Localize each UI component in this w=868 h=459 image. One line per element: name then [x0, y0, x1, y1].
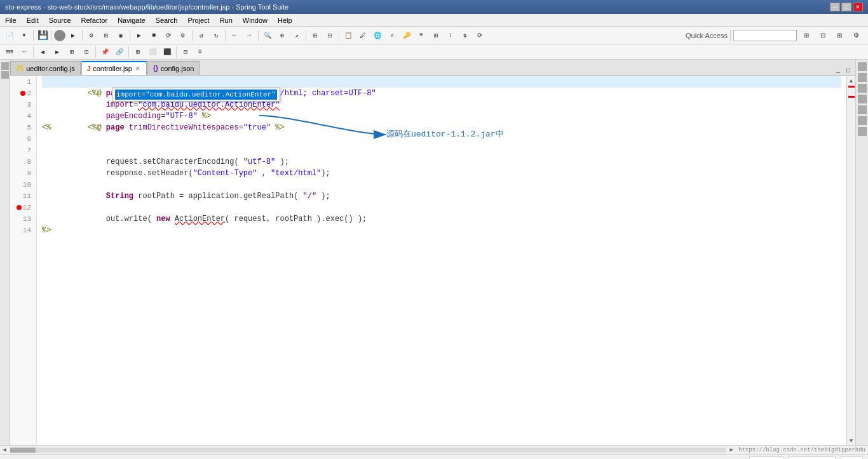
tb-btn-10[interactable]: ⚙ — [176, 29, 190, 43]
tb-btn-28[interactable]: ⇅ — [458, 29, 472, 43]
tb-btn-25[interactable]: ≡ — [414, 29, 428, 43]
tb-btn-5[interactable]: ⊞ — [99, 29, 113, 43]
tab-icon-jsp: J — [87, 65, 91, 72]
tb-btn-6[interactable]: ◉ — [114, 29, 128, 43]
tb-btn-20[interactable]: 📋 — [341, 29, 355, 43]
title-bar-buttons[interactable]: ─ □ ✕ — [830, 3, 863, 11]
tb-btn-29[interactable]: ⟳ — [473, 29, 487, 43]
tb-btn-14[interactable]: → — [242, 29, 256, 43]
tab-ueditor-config[interactable]: JS ueditor.config.js — [10, 61, 81, 75]
open-button[interactable]: ▼ — [17, 29, 31, 43]
tb2-btn-10[interactable]: ⬜ — [146, 45, 159, 59]
line-num-8: 8 — [13, 156, 34, 168]
tb-btn-15[interactable]: 🔍 — [261, 29, 275, 43]
tb2-btn-3[interactable]: ◀ — [36, 45, 50, 59]
code-content[interactable]: <%@ page language="java" contentType="te… — [37, 76, 846, 445]
tb2-btn-4[interactable]: ▶ — [50, 45, 64, 59]
tb-btn-19[interactable]: ⊟ — [323, 29, 337, 43]
minimize-button[interactable]: ─ — [830, 3, 840, 11]
tb-btn-24[interactable]: 🔑 — [400, 29, 414, 43]
perspectives-btn-2[interactable]: ⊡ — [816, 29, 830, 43]
scroll-left-btn[interactable]: ◀ — [0, 446, 9, 454]
autocomplete-popup[interactable]: import="com.baidu.ueditor.ActionEnter" — [112, 88, 280, 102]
horizontal-scrollthumb[interactable] — [10, 448, 36, 453]
tb-btn-18[interactable]: ⊞ — [308, 29, 322, 43]
menu-navigate[interactable]: Navigate — [112, 14, 150, 26]
debug-button[interactable] — [54, 30, 65, 41]
right-scrollbar[interactable]: ▲ ▼ — [846, 76, 855, 445]
perspectives-btn-1[interactable]: ⊞ — [799, 29, 813, 43]
close-button[interactable]: ✕ — [853, 3, 863, 11]
tb2-btn-13[interactable]: ≡ — [193, 45, 207, 59]
menu-help[interactable]: Help — [273, 14, 297, 26]
tb-btn-22[interactable]: 🌐 — [370, 29, 384, 43]
tab-maximize-btn[interactable]: □ — [844, 66, 853, 75]
horizontal-scrolltrack[interactable] — [10, 448, 726, 453]
tab-controller-jsp[interactable]: J controller.jsp ✕ — [81, 61, 147, 75]
scroll-down-btn[interactable]: ▼ — [848, 437, 855, 445]
toolbar2-sep-4 — [176, 46, 177, 58]
tb-btn-27[interactable]: ↕ — [444, 29, 458, 43]
right-panel-btn-7[interactable] — [858, 127, 867, 136]
new-button[interactable]: 📄 — [3, 29, 17, 43]
tab-close-controller[interactable]: ✕ — [135, 65, 141, 72]
menu-edit[interactable]: Edit — [22, 14, 44, 26]
tab-config-json[interactable]: {} config.json — [147, 61, 200, 75]
tb2-btn-9[interactable]: ⊞ — [131, 45, 145, 59]
scroll-up-btn[interactable]: ▲ — [848, 77, 855, 85]
tb-btn-7[interactable]: ▶ — [132, 29, 146, 43]
menu-project[interactable]: Project — [182, 14, 214, 26]
run-button[interactable]: ▶ — [66, 29, 80, 43]
tb2-btn-6[interactable]: ⊡ — [79, 45, 93, 59]
status-position: 1 : 1 — [841, 456, 863, 460]
menu-bar: File Edit Source Refactor Navigate Searc… — [0, 14, 868, 27]
menu-search[interactable]: Search — [151, 14, 183, 26]
menu-window[interactable]: Window — [238, 14, 273, 26]
tb-btn-26[interactable]: ⊞ — [429, 29, 443, 43]
maximize-button[interactable]: □ — [841, 3, 851, 11]
tab-icon-js: JS — [16, 65, 24, 72]
tb2-btn-2[interactable]: ↔ — [17, 45, 31, 59]
tab-minimize-btn[interactable]: _ — [834, 66, 843, 75]
tb2-btn-8[interactable]: 🔗 — [112, 45, 126, 59]
tb-btn-12[interactable]: ↻ — [209, 29, 223, 43]
right-panel-btn-5[interactable] — [858, 105, 867, 114]
menu-file[interactable]: File — [0, 14, 22, 26]
perspectives-btn-3[interactable]: ⊞ — [832, 29, 846, 43]
tb2-btn-7[interactable]: 📌 — [98, 45, 112, 59]
code-line-7: request.setCharacterEncoding( "utf-8" ); — [42, 145, 841, 156]
right-panel-btn-2[interactable] — [858, 73, 867, 82]
tb2-btn-11[interactable]: ⬛ — [160, 45, 174, 59]
perspectives-btn-4[interactable]: ⚙ — [849, 29, 863, 43]
menu-run[interactable]: Run — [215, 14, 238, 26]
bottom-scrollbar[interactable]: ◀ ▶ https://blog.csdn.net/thebigdipperbd… — [0, 445, 868, 454]
run-external[interactable]: ⚙ — [85, 29, 98, 43]
save-button[interactable]: 💾 — [36, 29, 50, 43]
tb-btn-23[interactable]: ⚡ — [385, 29, 399, 43]
right-panel-btn-6[interactable] — [858, 116, 867, 125]
tb2-btn-12[interactable]: ⊟ — [179, 45, 193, 59]
tb-btn-21[interactable]: 🖊 — [356, 29, 370, 43]
tb-btn-9[interactable]: ⟳ — [161, 29, 175, 43]
status-writable: Writable — [749, 456, 783, 460]
tb2-btn-1[interactable]: ⊞⊞ — [3, 45, 17, 59]
menu-source[interactable]: Source — [44, 14, 76, 26]
right-panel-btn-1[interactable] — [858, 62, 867, 71]
tb-btn-17[interactable]: ↗ — [290, 29, 304, 43]
right-panel-btn-3[interactable] — [858, 84, 867, 93]
toolbar2-sep-3 — [128, 46, 129, 58]
toolbar2-sep-1 — [33, 46, 34, 58]
left-icon-2[interactable] — [1, 71, 9, 79]
tb2-btn-5[interactable]: ⊞ — [65, 45, 79, 59]
code-editor[interactable]: 1 2 3 4 5 6 7 8 9 10 11 12 13 — [10, 76, 855, 445]
right-panel-btn-4[interactable] — [858, 95, 867, 103]
autocomplete-item-1[interactable]: import="com.baidu.ueditor.ActionEnter" — [115, 90, 277, 100]
quick-access-input[interactable] — [733, 30, 797, 41]
scroll-right-btn[interactable]: ▶ — [727, 446, 736, 454]
left-icon-1[interactable] — [1, 62, 9, 70]
menu-refactor[interactable]: Refactor — [76, 14, 113, 26]
tb-btn-8[interactable]: ■ — [147, 29, 161, 43]
tb-btn-13[interactable]: ← — [227, 29, 241, 43]
tb-btn-16[interactable]: ⊕ — [275, 29, 289, 43]
tb-btn-11[interactable]: ↺ — [194, 29, 208, 43]
